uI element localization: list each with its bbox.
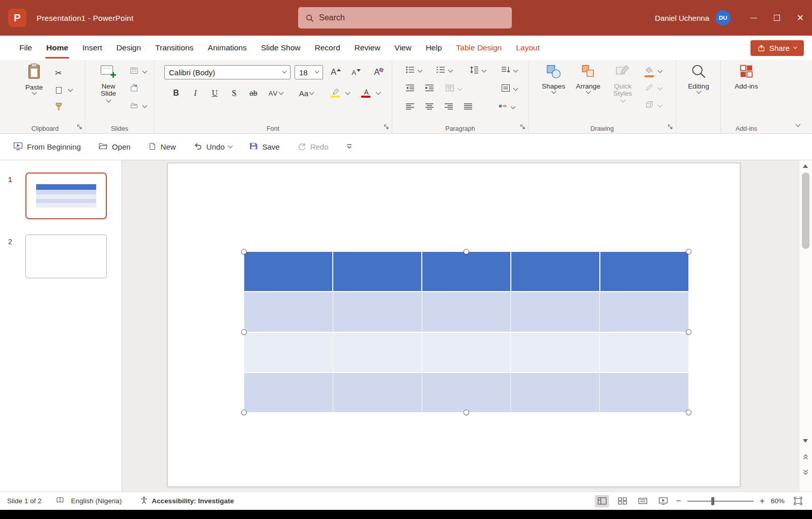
- table-cell[interactable]: [511, 252, 600, 291]
- search-bar[interactable]: [298, 7, 512, 28]
- tab-layout[interactable]: Layout: [509, 36, 547, 60]
- table-cell[interactable]: [511, 292, 600, 331]
- table-cell[interactable]: [422, 373, 511, 412]
- justify-button[interactable]: [461, 101, 475, 114]
- previous-slide-button[interactable]: [803, 453, 808, 462]
- table-cell[interactable]: [422, 252, 511, 291]
- zoom-out-button[interactable]: −: [676, 496, 681, 506]
- table-cell[interactable]: [333, 252, 422, 291]
- shape-fill-dropdown[interactable]: [657, 66, 663, 76]
- slide[interactable]: [167, 163, 740, 487]
- table-cell[interactable]: [422, 333, 511, 372]
- slide-sorter-button[interactable]: [615, 495, 629, 507]
- share-button[interactable]: Share: [750, 40, 804, 56]
- tab-record[interactable]: Record: [308, 36, 347, 60]
- tab-home[interactable]: Home: [39, 36, 75, 60]
- slide-indicator[interactable]: Slide 1 of 2: [7, 497, 42, 505]
- scrollbar-thumb[interactable]: [802, 172, 809, 249]
- qat-overflow-button[interactable]: [346, 142, 353, 151]
- layout-dropdown[interactable]: [141, 67, 148, 77]
- tab-view[interactable]: View: [387, 36, 418, 60]
- bullets-button[interactable]: [403, 64, 417, 77]
- avatar[interactable]: DU: [715, 10, 731, 25]
- underline-button[interactable]: U: [208, 86, 221, 100]
- table-row[interactable]: [244, 373, 688, 412]
- selection-handle[interactable]: [463, 410, 469, 415]
- shape-effects-button[interactable]: [643, 99, 656, 112]
- copy-dropdown[interactable]: [67, 85, 73, 95]
- table-cell[interactable]: [333, 333, 422, 372]
- shapes-button[interactable]: Shapes: [538, 63, 569, 93]
- strikethrough-button[interactable]: ab: [247, 86, 260, 100]
- table-cell[interactable]: [600, 333, 688, 372]
- vertical-scrollbar[interactable]: [799, 160, 812, 492]
- tab-help[interactable]: Help: [419, 36, 449, 60]
- highlight-color-button[interactable]: [329, 85, 342, 99]
- slide-table[interactable]: [244, 252, 688, 412]
- align-text-button[interactable]: [499, 82, 512, 96]
- search-input[interactable]: [319, 13, 505, 22]
- table-cell[interactable]: [600, 252, 688, 291]
- align-center-button[interactable]: [423, 101, 436, 114]
- tab-transitions[interactable]: Transitions: [148, 36, 200, 60]
- align-left-button[interactable]: [403, 101, 417, 114]
- decrease-font-size-button[interactable]: A: [350, 66, 363, 79]
- slide-canvas[interactable]: [122, 160, 799, 492]
- slide-layout-button[interactable]: [127, 65, 140, 78]
- slideshow-button[interactable]: [656, 495, 670, 507]
- table-selection[interactable]: [244, 252, 688, 412]
- shape-outline-button[interactable]: [643, 81, 656, 95]
- shape-outline-dropdown[interactable]: [657, 83, 663, 94]
- from-beginning-button[interactable]: From Beginning: [13, 142, 81, 152]
- highlight-dropdown[interactable]: [344, 88, 351, 98]
- table-row[interactable]: [244, 333, 688, 373]
- decrease-indent-button[interactable]: [403, 82, 417, 96]
- scroll-down-button[interactable]: [803, 439, 808, 443]
- drawing-dialog-launcher[interactable]: [668, 123, 673, 132]
- fit-slide-button[interactable]: [791, 495, 805, 507]
- align-right-button[interactable]: [442, 101, 455, 114]
- table-row[interactable]: [244, 252, 688, 292]
- selection-handle[interactable]: [463, 249, 469, 254]
- increase-font-size-button[interactable]: A: [329, 66, 342, 79]
- tab-file[interactable]: File: [12, 36, 39, 60]
- zoom-slider[interactable]: [687, 501, 753, 502]
- text-direction-button[interactable]: [499, 64, 512, 77]
- maximize-button[interactable]: [765, 0, 789, 36]
- bullets-dropdown[interactable]: [417, 66, 423, 76]
- powerpoint-logo-icon[interactable]: P: [8, 9, 26, 27]
- tab-insert[interactable]: Insert: [75, 36, 109, 60]
- normal-view-button[interactable]: [595, 495, 609, 507]
- line-spacing-dropdown[interactable]: [481, 66, 487, 76]
- editing-button[interactable]: Editing: [683, 63, 714, 93]
- character-spacing-button[interactable]: AV: [267, 86, 284, 100]
- format-painter-button[interactable]: [52, 101, 65, 114]
- selection-handle[interactable]: [686, 249, 691, 254]
- columns-dropdown[interactable]: [456, 84, 462, 94]
- shape-fill-button[interactable]: [643, 64, 656, 77]
- arrange-button[interactable]: Arrange: [572, 63, 604, 93]
- redo-button[interactable]: Redo: [297, 142, 329, 152]
- table-cell[interactable]: [422, 292, 511, 331]
- numbering-button[interactable]: [434, 64, 447, 77]
- new-button[interactable]: New: [148, 142, 176, 152]
- tab-design[interactable]: Design: [109, 36, 148, 60]
- font-size-combobox[interactable]: 18: [295, 65, 323, 79]
- font-name-combobox[interactable]: Calibri (Body): [164, 65, 291, 79]
- undo-button[interactable]: Undo: [193, 142, 233, 152]
- table-cell[interactable]: [600, 292, 688, 331]
- table-cell[interactable]: [511, 373, 600, 412]
- copy-button[interactable]: [52, 83, 65, 97]
- clear-formatting-button[interactable]: A: [372, 66, 385, 79]
- zoom-slider-thumb[interactable]: [711, 497, 714, 505]
- text-shadow-button[interactable]: S: [227, 86, 241, 100]
- font-color-dropdown[interactable]: [375, 88, 381, 98]
- columns-button[interactable]: [443, 82, 456, 96]
- section-button[interactable]: [127, 100, 140, 113]
- selection-handle[interactable]: [241, 329, 247, 335]
- paste-button[interactable]: Paste: [18, 63, 50, 94]
- smartart-dropdown[interactable]: [510, 102, 516, 112]
- table-cell[interactable]: [244, 373, 333, 412]
- reading-view-button[interactable]: [635, 495, 650, 507]
- quick-styles-button[interactable]: Quick Styles: [607, 63, 639, 102]
